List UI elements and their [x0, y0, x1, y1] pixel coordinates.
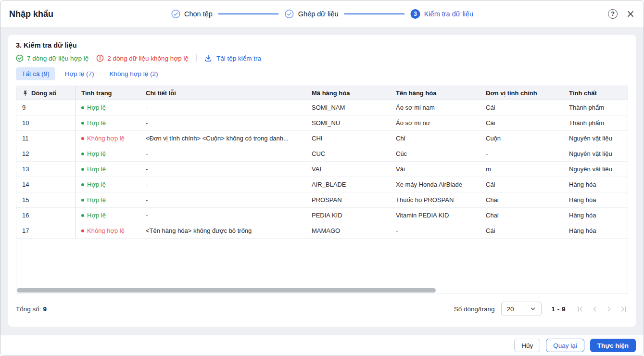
table-body: 9Hợp lệ-SOMI_NAMÁo sơ mi namCáiThành phẩ… — [16, 100, 628, 239]
status-label: Hợp lệ — [87, 165, 106, 173]
per-page-select[interactable]: 20 — [501, 302, 542, 316]
status-label: Hợp lệ — [87, 150, 106, 157]
valid-dot-icon — [81, 183, 84, 186]
horizontal-scrollbar — [16, 288, 628, 293]
tab-invalid[interactable]: Không hợp lệ (2) — [103, 67, 164, 80]
download-icon — [204, 54, 212, 62]
first-page-icon[interactable] — [575, 304, 585, 314]
table-row: 11Không hợp lệ<Đơn vị tính chính> <Cuộn>… — [16, 131, 628, 146]
back-button[interactable]: Quay lại — [546, 339, 584, 352]
cell-nature: Nguyên vật liệu — [563, 146, 628, 161]
cell-status: Hợp lệ — [76, 100, 140, 115]
cell-status: Hợp lệ — [76, 115, 140, 130]
cell-line-number: 15 — [16, 192, 76, 207]
cell-error-detail: - — [140, 146, 306, 161]
cell-main-unit: Chai — [480, 192, 563, 207]
step-done-check-icon — [171, 9, 180, 19]
cell-error-detail: - — [140, 115, 306, 130]
cell-item-name: - — [390, 223, 480, 238]
header-actions: ? — [608, 9, 635, 19]
status-label: Hợp lệ — [87, 119, 106, 127]
valid-dot-icon — [81, 168, 84, 171]
vertical-divider — [196, 54, 197, 62]
check-data-card: 3. Kiểm tra dữ liệu 7 dòng dữ liệu hợp l… — [8, 35, 636, 327]
cell-nature: Thành phẩm — [563, 100, 628, 115]
next-page-icon[interactable] — [604, 304, 614, 314]
tab-all[interactable]: Tất cả (9) — [16, 67, 55, 80]
check-data-table: Dòng số Tình trạng Chi tiết lỗi Mã hàng … — [16, 86, 628, 293]
alert-circle-icon — [96, 54, 104, 62]
modal-body: 3. Kiểm tra dữ liệu 7 dòng dữ liệu hợp l… — [0, 28, 644, 335]
cell-status: Hợp lệ — [76, 146, 140, 161]
cell-nature: Hàng hóa — [563, 177, 628, 192]
column-header-item-code: Mã hàng hóa — [306, 86, 390, 100]
step-map-data[interactable]: Ghép dữ liệu — [285, 9, 339, 19]
stepper-connector — [218, 13, 279, 14]
cell-error-detail: - — [140, 208, 306, 223]
stepper-connector — [344, 13, 405, 14]
cell-item-name: Vải — [390, 162, 480, 177]
step-check-data[interactable]: 3 Kiểm tra dữ liệu — [411, 9, 473, 19]
table-row: 12Hợp lệ-CUCCúc-Nguyên vật liệu — [16, 146, 628, 162]
cell-nature: Nguyên vật liệu — [563, 131, 628, 146]
cell-status: Hợp lệ — [76, 177, 140, 192]
table-row: 16Hợp lệ-PEDIA KIDVitamin PEDIA KIDChaiH… — [16, 208, 628, 223]
chevron-down-icon — [530, 305, 536, 312]
invalid-dot-icon — [81, 137, 84, 140]
step-choose-file[interactable]: Chọn tệp — [171, 9, 213, 19]
last-page-icon[interactable] — [619, 304, 628, 314]
step-label: Kiểm tra dữ liệu — [424, 10, 473, 18]
cell-main-unit: Cái — [480, 115, 563, 130]
status-label: Không hợp lệ — [87, 227, 125, 234]
column-header-line-number: Dòng số — [16, 86, 76, 100]
valid-rows-text: 7 dòng dữ liệu hợp lệ — [27, 55, 88, 62]
cell-item-code: VAI — [306, 162, 390, 177]
column-header-error-detail: Chi tiết lỗi — [140, 86, 306, 100]
cell-item-code: AIR_BLADE — [306, 177, 390, 192]
modal-title: Nhập khẩu — [9, 9, 53, 19]
cell-error-detail: - — [140, 177, 306, 192]
per-page-label: Số dòng/trang — [454, 305, 495, 313]
tab-valid[interactable]: Hợp lệ (7) — [59, 67, 100, 80]
valid-dot-icon — [81, 199, 84, 202]
cell-item-code: CHI — [306, 131, 390, 146]
cancel-button[interactable]: Hủy — [514, 339, 540, 352]
help-icon[interactable]: ? — [608, 9, 618, 19]
cell-status: Không hợp lệ — [76, 131, 140, 146]
cell-item-name: Áo sơ mi nam — [390, 100, 480, 115]
step-label: Chọn tệp — [184, 10, 213, 18]
cell-item-name: Thuốc ho PROSPAN — [390, 192, 480, 207]
pagination-bar: Tổng số:9 Số dòng/trang 20 1 - 9 — [16, 302, 628, 316]
cell-line-number: 17 — [16, 223, 76, 238]
cell-error-detail: - — [140, 192, 306, 207]
horizontal-scrollbar-thumb[interactable] — [17, 288, 436, 292]
cell-line-number: 14 — [16, 177, 76, 192]
cell-item-code: PROSPAN — [306, 192, 390, 207]
status-label: Hợp lệ — [87, 104, 106, 111]
cell-item-code: PEDIA KID — [306, 208, 390, 223]
status-label: Không hợp lệ — [87, 135, 125, 142]
cell-main-unit: Cái — [480, 223, 563, 238]
section-title: 3. Kiểm tra dữ liệu — [16, 41, 628, 49]
table-header-row: Dòng số Tình trạng Chi tiết lỗi Mã hàng … — [16, 86, 628, 100]
valid-dot-icon — [81, 106, 84, 109]
cell-main-unit: Cuộn — [480, 131, 563, 146]
cell-nature: Nguyên vật liệu — [563, 162, 628, 177]
column-header-item-name: Tên hàng hóa — [390, 86, 480, 100]
prev-page-icon[interactable] — [590, 304, 599, 314]
table-row: 13Hợp lệ-VAIVảimNguyên vật liệu — [16, 162, 628, 177]
cell-status: Hợp lệ — [76, 208, 140, 223]
page-nav-buttons — [575, 304, 628, 314]
cell-item-code: CUC — [306, 146, 390, 161]
cell-error-detail: <Tên hàng hóa> không được bỏ trống — [140, 223, 306, 238]
cell-line-number: 12 — [16, 146, 76, 161]
close-icon[interactable] — [626, 10, 635, 18]
import-stepper: Chọn tệp Ghép dữ liệu 3 Kiểm tra dữ liệu — [171, 0, 473, 27]
download-check-file-link[interactable]: Tải tệp kiểm tra — [204, 54, 261, 62]
step-done-check-icon — [285, 9, 294, 19]
download-link-label: Tải tệp kiểm tra — [216, 55, 261, 62]
pagination-controls: Số dòng/trang 20 1 - 9 — [454, 302, 628, 316]
step-number-badge: 3 — [411, 9, 420, 19]
cell-nature: Hàng hóa — [563, 223, 628, 238]
submit-button[interactable]: Thực hiện — [590, 339, 636, 352]
